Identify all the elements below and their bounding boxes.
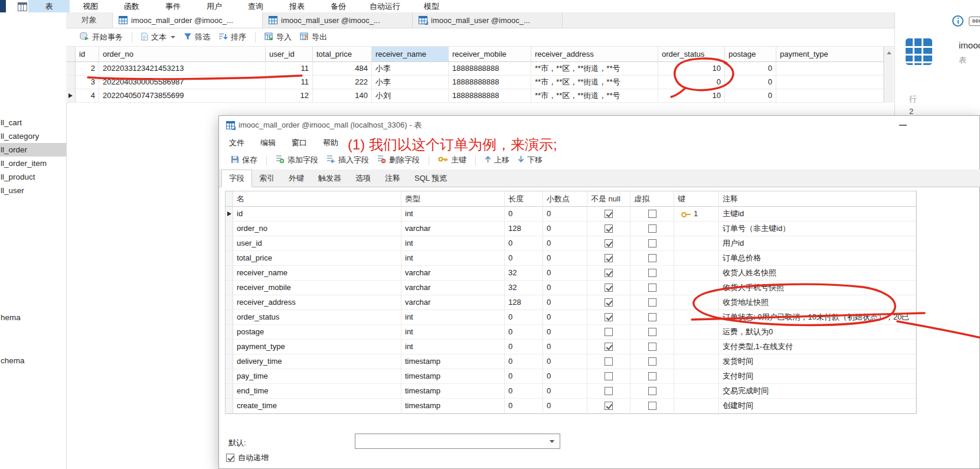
- field-cell[interactable]: order_no: [233, 222, 401, 236]
- field-cell[interactable]: [674, 266, 719, 281]
- field-cell[interactable]: [631, 369, 674, 384]
- field-cell[interactable]: [587, 369, 631, 384]
- not-null-checkbox[interactable]: [605, 313, 613, 321]
- fields-column-header[interactable]: 小数点: [543, 191, 587, 207]
- field-row[interactable]: order_novarchar1280订单号（非主键id）: [226, 222, 916, 236]
- virtual-checkbox[interactable]: [648, 269, 656, 277]
- save-button[interactable]: 保存: [227, 153, 262, 167]
- tab-objects[interactable]: 对象: [66, 12, 112, 28]
- field-cell[interactable]: [674, 369, 719, 384]
- field-cell[interactable]: [631, 310, 674, 325]
- menu-item[interactable]: 视图: [70, 0, 111, 12]
- field-cell[interactable]: 0: [543, 310, 587, 325]
- field-row[interactable]: create_timetimestamp00创建时间: [226, 399, 916, 413]
- field-cell[interactable]: 0: [505, 384, 543, 399]
- field-comment[interactable]: 支付时间: [719, 369, 916, 384]
- not-null-checkbox[interactable]: [605, 328, 613, 336]
- field-cell[interactable]: [587, 222, 631, 236]
- field-cell[interactable]: [631, 384, 674, 399]
- virtual-checkbox[interactable]: [648, 402, 656, 410]
- field-cell[interactable]: 0: [505, 236, 543, 251]
- field-row[interactable]: idint001主键id: [226, 207, 916, 222]
- menu-item[interactable]: 报表: [276, 0, 318, 12]
- field-comment[interactable]: 发货时间: [719, 354, 916, 369]
- field-cell[interactable]: delivery_time: [233, 354, 401, 369]
- field-comment[interactable]: 订单号（非主键id）: [719, 222, 916, 236]
- field-row[interactable]: user_idint00用户id: [226, 236, 916, 251]
- grid-cell[interactable]: 18888888888: [449, 89, 531, 103]
- field-cell[interactable]: varchar: [401, 295, 505, 310]
- document-tab[interactable]: imooc_mall_user @imooc_...: [413, 12, 563, 28]
- field-cell[interactable]: [587, 340, 631, 354]
- grid-cell[interactable]: 18888888888: [449, 62, 531, 76]
- virtual-checkbox[interactable]: [648, 343, 656, 351]
- grid-cell[interactable]: 2022033123421453213: [99, 62, 266, 76]
- dialog-tab[interactable]: 字段: [221, 170, 252, 187]
- virtual-checkbox[interactable]: [648, 387, 656, 395]
- delete-field-button[interactable]: 删除字段: [373, 153, 424, 167]
- virtual-checkbox[interactable]: [648, 357, 656, 366]
- fields-column-header[interactable]: 注释: [719, 191, 916, 207]
- field-cell[interactable]: 0: [543, 354, 587, 369]
- not-null-checkbox[interactable]: [605, 224, 613, 233]
- info-icon[interactable]: [952, 15, 963, 27]
- field-row[interactable]: receiver_namevarchar320收货人姓名快照: [226, 266, 916, 281]
- sidebar-item-schema[interactable]: chema: [0, 354, 67, 367]
- grid-cell[interactable]: 2022040300005586987: [99, 76, 266, 89]
- grid-cell[interactable]: 140: [313, 89, 372, 103]
- field-cell[interactable]: payment_type: [233, 340, 401, 354]
- field-cell[interactable]: [631, 207, 674, 222]
- field-cell[interactable]: int: [401, 310, 505, 325]
- field-cell[interactable]: [674, 295, 719, 310]
- field-cell[interactable]: [631, 399, 674, 413]
- field-cell[interactable]: [587, 295, 631, 310]
- field-cell[interactable]: 0: [505, 369, 543, 384]
- not-null-checkbox[interactable]: [605, 269, 613, 277]
- grid-cell[interactable]: [776, 76, 884, 89]
- fields-column-header[interactable]: 不是 null: [587, 191, 631, 207]
- fields-column-header[interactable]: 长度: [505, 191, 543, 207]
- field-cell[interactable]: 0: [505, 399, 543, 413]
- field-cell[interactable]: [587, 236, 631, 251]
- field-cell[interactable]: [674, 281, 719, 295]
- field-cell[interactable]: [674, 340, 719, 354]
- field-comment[interactable]: 支付类型,1-在线支付: [719, 340, 916, 354]
- field-cell[interactable]: timestamp: [401, 399, 505, 413]
- field-cell[interactable]: 0: [505, 325, 543, 340]
- field-row[interactable]: postageint00运费，默认为0: [226, 325, 916, 340]
- field-cell[interactable]: [631, 251, 674, 266]
- field-cell[interactable]: [587, 310, 631, 325]
- field-cell[interactable]: 0: [543, 266, 587, 281]
- field-cell[interactable]: timestamp: [401, 384, 505, 399]
- grid-row[interactable]: 3202204030000558698711222小李18888888888**…: [66, 76, 884, 89]
- menu-item[interactable]: 自动运行: [359, 0, 411, 12]
- grid-cell[interactable]: 10: [658, 89, 725, 103]
- field-cell[interactable]: order_status: [233, 310, 401, 325]
- field-row[interactable]: delivery_timetimestamp00发货时间: [226, 354, 916, 369]
- dialog-tab[interactable]: SQL 预览: [407, 170, 454, 187]
- field-cell[interactable]: create_time: [233, 399, 401, 413]
- field-cell[interactable]: receiver_mobile: [233, 281, 401, 295]
- field-cell[interactable]: [631, 266, 674, 281]
- field-cell[interactable]: 0: [543, 251, 587, 266]
- grid-column-header[interactable]: receiver_mobile: [449, 47, 531, 62]
- field-row[interactable]: order_statusint00订单状态: 0用户已取消，10未付款（初始状态…: [226, 310, 916, 325]
- field-cell[interactable]: 0: [505, 354, 543, 369]
- grid-cell[interactable]: 小李: [372, 76, 449, 89]
- field-cell[interactable]: 0: [505, 310, 543, 325]
- menu-item[interactable]: 用户: [194, 0, 235, 12]
- field-cell[interactable]: [631, 295, 674, 310]
- field-cell[interactable]: [674, 310, 719, 325]
- grid-cell[interactable]: 0: [725, 62, 776, 76]
- field-cell[interactable]: 0: [543, 236, 587, 251]
- sidebar-item-schema[interactable]: hema: [0, 311, 67, 324]
- field-cell[interactable]: 32: [505, 266, 543, 281]
- field-cell[interactable]: 32: [505, 281, 543, 295]
- grid-column-header[interactable]: user_id: [266, 47, 313, 62]
- not-null-checkbox[interactable]: [605, 357, 613, 366]
- grid-column-header[interactable]: receiver_name: [372, 47, 449, 62]
- field-cell[interactable]: [674, 222, 719, 236]
- field-comment[interactable]: 交易完成时间: [719, 384, 916, 399]
- dialog-tab[interactable]: 选项: [348, 170, 378, 187]
- virtual-checkbox[interactable]: [648, 372, 656, 380]
